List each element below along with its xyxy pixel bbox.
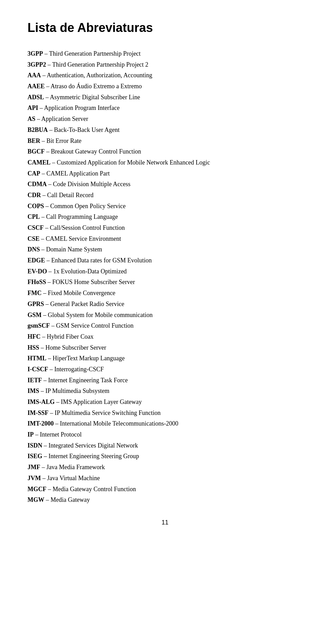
abbreviation-definition: General Packet Radio Service [50,301,124,307]
list-item: CDMA – Code Division Multiple Access [28,179,302,190]
list-item: CSCF – Call/Session Control Function [28,223,302,233]
list-item: BER – Bit Error Rate [28,136,302,146]
list-item: IMS – IP Multimedia Subsystem [28,386,302,396]
list-item: CAMEL – Customized Application for Mobil… [28,158,302,168]
list-item: HFC – Hybrid Fiber Coax [28,332,302,342]
abbreviation-abbr: AAEE [28,83,45,90]
abbreviation-definition: 1x Evolution-Data Optimized [53,268,127,275]
list-item: BGCF – Breakout Gateway Control Function [28,147,302,157]
list-item: FMC – Fixed Mobile Convergence [28,288,302,298]
abbreviation-definition: FOKUS Home Subscriber Server [52,279,135,285]
abbreviation-abbr: CPL [28,213,40,220]
abbreviation-abbr: MGCF [28,486,46,493]
list-item: EDGE – Enhanced Data rates for GSM Evolu… [28,256,302,266]
abbreviation-abbr: 3GPP2 [28,61,46,68]
abbreviation-abbr: MGW [28,496,44,503]
abbreviation-abbr: EV-DO [28,268,47,275]
abbreviation-abbr: JVM [28,475,41,482]
abbreviation-definition: Internet Engineering Steering Group [48,453,139,460]
abbreviation-abbr: IMS [28,387,39,394]
abbreviation-abbr: I-CSCF [28,366,48,373]
abbreviation-definition: Bit Error Rate [46,137,81,144]
list-item: ISDN – Integrated Services Digital Netwo… [28,441,302,451]
abbreviation-definition: Internet Engineering Task Force [48,377,128,384]
abbreviation-definition: Breakout Gateway Control Function [51,148,141,155]
abbreviation-abbr: IM-SSF [28,409,48,416]
list-item: IMT-2000 – International Mobile Telecomm… [28,419,302,429]
abbreviation-definition: Authentication, Authorization, Accountin… [47,72,152,79]
abbreviation-definition: Atraso do Áudio Extremo a Extremo [51,83,142,90]
abbreviation-definition: Integrated Services Digital Network [48,442,138,449]
list-item: CPL – Call Programming Language [28,212,302,222]
abbreviation-abbr: CAP [28,170,40,177]
list-item: EV-DO – 1x Evolution-Data Optimized [28,267,302,277]
abbreviation-abbr: 3GPP [28,50,43,57]
abbreviation-abbr: BER [28,137,40,144]
list-item: GSM – Global System for Mobile communica… [28,310,302,320]
abbreviation-definition: Fixed Mobile Convergence [48,290,116,296]
abbreviation-definition: IP Multimedia Subsystem [45,387,109,394]
abbreviation-abbr: CSCF [28,224,44,231]
list-item: IMS-ALG – IMS Application Layer Gateway [28,397,302,407]
abbreviation-definition: Java Media Framework [46,464,105,471]
page-number: 11 [28,519,302,526]
abbreviation-definition: Media Gateway Control Function [53,486,136,493]
abbreviation-definition: Third Generation Partnership Project [49,50,141,57]
abbreviation-abbr: GSM [28,312,42,318]
abbreviation-abbr: IP [28,431,34,438]
abbreviation-abbr: CDMA [28,181,47,188]
list-item: IM-SSF – IP Multimedia Service Switching… [28,408,302,418]
abbreviation-definition: Java Virtual Machine [47,475,100,482]
list-item: AAA – Authentication, Authorization, Acc… [28,70,302,81]
abbreviation-abbr: GPRS [28,301,44,307]
list-item: JMF – Java Media Framework [28,462,302,473]
list-item: GPRS – General Packet Radio Service [28,299,302,309]
abbreviation-abbr: HSS [28,344,39,351]
abbreviation-abbr: AAA [28,72,41,79]
abbreviation-definition: Home Subscriber Server [45,344,106,351]
list-item: HSS – Home Subscriber Server [28,343,302,353]
abbreviation-abbr: HFC [28,333,41,340]
list-item: CAP – CAMEL Application Part [28,169,302,179]
list-item: AAEE – Atraso do Áudio Extremo a Extremo [28,81,302,92]
list-item: B2BUA – Back-To-Back User Agent [28,125,302,135]
abbreviation-definition: IMS Application Layer Gateway [61,398,142,405]
abbreviation-definition: Hybrid Fiber Coax [47,333,94,340]
abbreviation-abbr: ISEG [28,453,42,460]
abbreviation-definition: Third Generation Partnership Project 2 [52,61,148,68]
abbreviation-definition: Application Program Interface [44,104,120,111]
list-item: IP – Internet Protocol [28,430,302,440]
abbreviation-abbr: B2BUA [28,126,48,133]
abbreviation-definition: HiperText Markup Language [53,355,125,362]
list-item: API – Application Program Interface [28,103,302,113]
abbreviation-abbr: ISDN [28,442,42,449]
abbreviation-abbr: API [28,104,38,111]
list-item: JVM – Java Virtual Machine [28,473,302,484]
list-item: AS – Application Server [28,114,302,124]
abbreviation-abbr: COPS [28,203,44,210]
list-item: 3GPP2 – Third Generation Partnership Pro… [28,60,302,70]
list-item: MGCF – Media Gateway Control Function [28,484,302,495]
abbreviation-abbr: DNS [28,246,40,253]
abbreviation-definition: Domain Name System [46,246,102,253]
abbreviation-definition: CAMEL Service Environment [46,235,121,242]
list-item: IETF – Internet Engineering Task Force [28,375,302,386]
abbreviation-abbr: gsmSCF [28,322,50,329]
abbreviation-abbr: BGCF [28,148,45,155]
list-item: ADSL – Asymmetric Digital Subscriber Lin… [28,92,302,103]
list-item: 3GPP – Third Generation Partnership Proj… [28,49,302,59]
list-item: DNS – Domain Name System [28,245,302,255]
abbreviation-definition: Customized Application for Mobile Networ… [57,159,210,166]
abbreviation-abbr: FMC [28,290,42,296]
abbreviation-list: 3GPP – Third Generation Partnership Proj… [28,49,302,505]
abbreviation-abbr: CDR [28,192,41,199]
abbreviation-abbr: IMS-ALG [28,398,55,405]
abbreviation-abbr: CSE [28,235,40,242]
abbreviation-definition: Code Division Multiple Access [53,181,130,188]
abbreviation-abbr: CAMEL [28,159,51,166]
abbreviation-abbr: HTML [28,355,46,362]
abbreviation-definition: Back-To-Back User Agent [54,126,120,133]
abbreviation-abbr: JMF [28,464,40,471]
abbreviation-definition: Call Programming Language [46,213,118,220]
abbreviation-definition: Application Server [41,115,88,122]
